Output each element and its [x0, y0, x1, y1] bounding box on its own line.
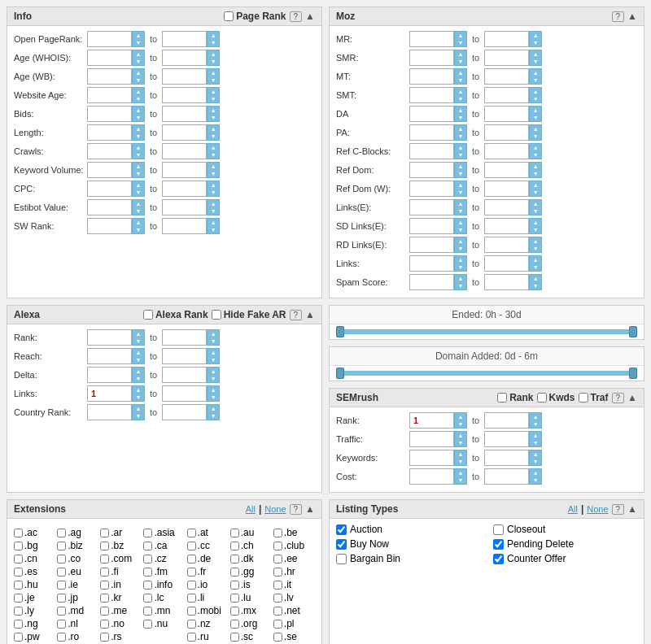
spinner-button[interactable]: ▲▼ — [207, 329, 220, 346]
spinner-input[interactable] — [409, 255, 454, 272]
spinner-input[interactable] — [484, 124, 529, 141]
listing-checkbox[interactable] — [336, 539, 347, 550]
extension-checkbox[interactable] — [14, 529, 23, 537]
spinner-button[interactable]: ▲▼ — [454, 68, 467, 85]
spinner-input[interactable] — [162, 50, 207, 66]
extension-checkbox[interactable] — [57, 620, 66, 629]
spinner-button[interactable]: ▲▼ — [529, 143, 542, 159]
spinner-input[interactable] — [484, 106, 529, 122]
extension-checkbox[interactable] — [273, 633, 282, 642]
spinner-button[interactable]: ▲▼ — [529, 218, 542, 234]
spinner-input[interactable] — [162, 199, 207, 215]
extension-checkbox[interactable] — [57, 581, 66, 590]
spinner-button[interactable]: ▲▼ — [454, 106, 467, 122]
spinner-input[interactable] — [87, 348, 132, 364]
extension-checkbox[interactable] — [230, 607, 239, 616]
extensions-collapse-btn[interactable]: ▲ — [305, 503, 315, 515]
spinner-button[interactable]: ▲▼ — [132, 181, 145, 197]
spinner-input[interactable] — [409, 450, 454, 466]
moz-help-btn[interactable]: ? — [612, 11, 625, 22]
spinner-button[interactable]: ▲▼ — [454, 431, 467, 447]
semrush-traf-wrap[interactable]: Traf — [579, 392, 609, 403]
spinner-input[interactable] — [409, 412, 454, 429]
extension-checkbox[interactable] — [143, 620, 152, 629]
spinner-button[interactable]: ▲▼ — [132, 404, 145, 420]
extension-checkbox[interactable] — [230, 594, 239, 603]
spinner-input[interactable] — [87, 404, 132, 420]
spinner-button[interactable]: ▲▼ — [529, 199, 542, 215]
spinner-input[interactable] — [409, 274, 454, 290]
spinner-input[interactable] — [87, 50, 132, 66]
extension-checkbox[interactable] — [100, 607, 109, 616]
extension-checkbox[interactable] — [143, 529, 152, 537]
spinner-button[interactable]: ▲▼ — [454, 274, 467, 290]
alexa-rank-checkbox[interactable] — [143, 310, 153, 320]
spinner-input[interactable] — [162, 31, 207, 47]
extension-checkbox[interactable] — [14, 568, 23, 577]
extension-checkbox[interactable] — [57, 568, 66, 577]
info-collapse-btn[interactable]: ▲ — [305, 11, 315, 22]
spinner-input[interactable] — [87, 162, 132, 178]
extension-checkbox[interactable] — [143, 581, 152, 590]
spinner-input[interactable] — [162, 68, 207, 85]
spinner-input[interactable] — [484, 68, 529, 85]
spinner-button[interactable]: ▲▼ — [132, 124, 145, 141]
spinner-input[interactable] — [484, 199, 529, 215]
hide-fake-ar-checkbox[interactable] — [212, 310, 221, 320]
semrush-traf-checkbox[interactable] — [579, 393, 588, 402]
spinner-button[interactable]: ▲▼ — [529, 31, 542, 47]
semrush-rank-checkbox[interactable] — [497, 393, 507, 402]
spinner-button[interactable]: ▲▼ — [454, 255, 467, 272]
spinner-button[interactable]: ▲▼ — [454, 450, 467, 466]
spinner-input[interactable] — [87, 329, 132, 346]
spinner-button[interactable]: ▲▼ — [207, 348, 220, 364]
spinner-input[interactable] — [484, 162, 529, 178]
listing-types-none-btn[interactable]: None — [587, 504, 608, 514]
spinner-input[interactable] — [484, 237, 529, 253]
extension-checkbox[interactable] — [14, 581, 23, 590]
domain-added-slider-wrap[interactable] — [330, 366, 644, 381]
extension-checkbox[interactable] — [230, 542, 239, 550]
spinner-button[interactable]: ▲▼ — [529, 431, 542, 447]
spinner-button[interactable]: ▲▼ — [132, 50, 145, 66]
listing-checkbox[interactable] — [336, 524, 347, 535]
spinner-button[interactable]: ▲▼ — [454, 181, 467, 197]
semrush-kwds-wrap[interactable]: Kwds — [537, 392, 575, 403]
spinner-button[interactable]: ▲▼ — [454, 412, 467, 429]
ended-handle-right[interactable] — [629, 326, 637, 337]
spinner-button[interactable]: ▲▼ — [132, 329, 145, 346]
extension-checkbox[interactable] — [230, 529, 239, 537]
spinner-input[interactable] — [484, 274, 529, 290]
spinner-input[interactable] — [409, 218, 454, 234]
extension-checkbox[interactable] — [187, 555, 196, 564]
extension-checkbox[interactable] — [230, 633, 239, 642]
spinner-input[interactable] — [484, 87, 529, 103]
spinner-button[interactable]: ▲▼ — [207, 385, 220, 402]
spinner-button[interactable]: ▲▼ — [454, 50, 467, 66]
extension-checkbox[interactable] — [230, 581, 239, 590]
extension-checkbox[interactable] — [143, 555, 152, 564]
extensions-none-btn[interactable]: None — [264, 504, 286, 514]
extension-checkbox[interactable] — [14, 594, 23, 603]
spinner-button[interactable]: ▲▼ — [132, 143, 145, 159]
spinner-input[interactable] — [162, 348, 207, 364]
spinner-input[interactable] — [162, 385, 207, 402]
spinner-button[interactable]: ▲▼ — [207, 181, 220, 197]
semrush-rank-wrap[interactable]: Rank — [497, 392, 533, 403]
extension-checkbox[interactable] — [100, 594, 109, 603]
spinner-button[interactable]: ▲▼ — [454, 124, 467, 141]
spinner-button[interactable]: ▲▼ — [207, 87, 220, 103]
spinner-button[interactable]: ▲▼ — [454, 237, 467, 253]
spinner-input[interactable] — [162, 404, 207, 420]
extension-checkbox[interactable] — [273, 581, 282, 590]
extension-checkbox[interactable] — [100, 555, 109, 564]
spinner-button[interactable]: ▲▼ — [132, 31, 145, 47]
spinner-input[interactable] — [409, 181, 454, 197]
spinner-input[interactable] — [484, 181, 529, 197]
spinner-button[interactable]: ▲▼ — [454, 218, 467, 234]
spinner-input[interactable] — [409, 124, 454, 141]
extension-checkbox[interactable] — [100, 542, 109, 550]
alexa-help-btn[interactable]: ? — [290, 310, 303, 320]
spinner-button[interactable]: ▲▼ — [207, 50, 220, 66]
spinner-input[interactable] — [162, 87, 207, 103]
